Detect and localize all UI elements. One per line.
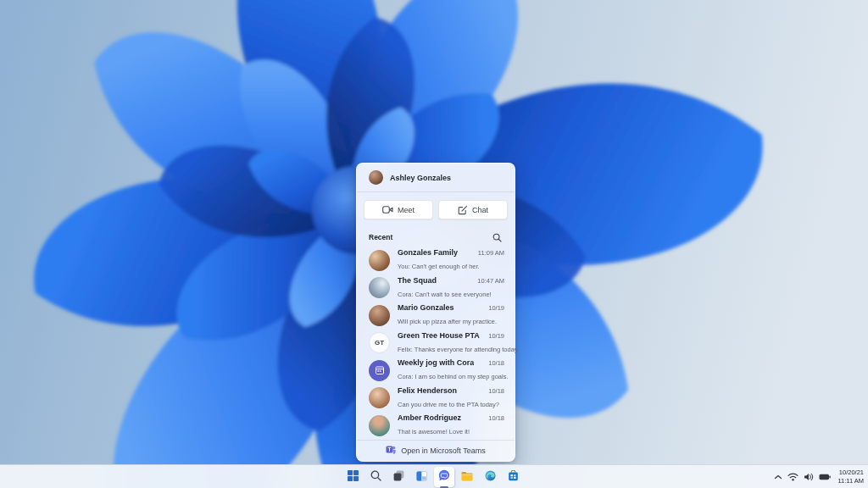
conversation-preview: Can you drive me to the PTA today? (398, 401, 499, 408)
list-item[interactable]: Mario Gonzales10/19 Will pick up pizza a… (357, 302, 515, 330)
conversation-avatar (369, 387, 390, 408)
search-button[interactable] (365, 467, 386, 487)
conversation-time: 11:09 AM (478, 249, 504, 257)
conversation-time: 10/18 (488, 359, 504, 367)
conversation-avatar (369, 415, 390, 436)
conversation-preview: Will pick up pizza after my practice. (398, 318, 497, 325)
conversation-avatar (369, 277, 390, 298)
search-icon[interactable] (490, 230, 504, 244)
taskbar: 10/20/21 11:11 AM (0, 464, 868, 488)
chat-button-label: Chat (472, 206, 488, 214)
recent-label: Recent (369, 233, 392, 241)
conversation-avatar-initials: GT (369, 332, 390, 353)
conversation-preview: Felix: Thanks everyone for attending tod… (398, 346, 519, 353)
open-in-teams-label: Open in Microsoft Teams (401, 446, 485, 455)
clock[interactable]: 10/20/21 11:11 AM (836, 469, 864, 485)
file-explorer-button[interactable] (457, 467, 477, 487)
tray-chevron-up-icon[interactable] (774, 474, 782, 480)
user-avatar[interactable] (369, 170, 383, 185)
list-item[interactable]: GT Green Tree House PTA10/19 Felix: Than… (357, 330, 515, 358)
microsoft-store-button[interactable] (503, 467, 523, 487)
list-item[interactable]: Weekly jog with Cora10/18 Cora: I am so … (357, 357, 515, 385)
system-tray: 10/20/21 11:11 AM (774, 465, 865, 488)
recent-row: Recent (357, 226, 515, 247)
flyout-header: Ashley Gonzales (357, 164, 515, 192)
edge-browser-button[interactable] (480, 467, 500, 487)
chat-teams-button[interactable] (434, 467, 454, 487)
conversation-avatar (369, 305, 390, 326)
widgets-icon (416, 469, 427, 485)
conversation-list: Gonzales Family11:09 AM You: Can't get e… (357, 247, 515, 440)
teams-logo-icon: T (386, 445, 396, 457)
user-name: Ashley Gonzales (390, 174, 451, 182)
conversation-time: 10/18 (488, 414, 504, 422)
list-item[interactable]: Amber Rodriguez10/18 That is awesome! Lo… (357, 412, 515, 440)
open-in-teams-button[interactable]: T Open in Microsoft Teams (357, 440, 515, 461)
widgets-button[interactable] (411, 467, 431, 487)
battery-icon[interactable] (819, 474, 831, 480)
compose-icon (458, 205, 468, 215)
tray-time: 11:11 AM (837, 477, 864, 485)
conversation-preview: You: Can't get enough of her. (398, 263, 480, 270)
edge-icon (485, 469, 496, 485)
conversation-name: Mario Gonzales (398, 303, 454, 312)
conversation-preview: That is awesome! Love it! (398, 428, 470, 435)
calendar-icon (369, 360, 390, 381)
search-icon (370, 469, 381, 485)
desktop: Ashley Gonzales Meet Chat Recent (0, 0, 868, 488)
teams-chat-flyout: Ashley Gonzales Meet Chat Recent (356, 163, 515, 462)
taskbar-center (342, 465, 523, 488)
conversation-name: Weekly jog with Cora (398, 358, 474, 367)
conversation-name: Gonzales Family (398, 248, 458, 257)
list-item[interactable]: The Squad10:47 AM Cora: Can't wait to se… (357, 274, 515, 302)
video-camera-icon (382, 205, 393, 214)
tray-date: 10/20/21 (837, 469, 864, 477)
conversation-time: 10/18 (488, 387, 504, 395)
svg-text:T: T (388, 446, 392, 452)
wifi-icon[interactable] (787, 473, 798, 481)
conversation-name: The Squad (398, 276, 437, 285)
meet-button-label: Meet (398, 206, 415, 214)
task-view-icon (393, 469, 404, 485)
list-item[interactable]: Gonzales Family11:09 AM You: Can't get e… (357, 247, 515, 274)
start-button[interactable] (342, 467, 363, 487)
folder-icon (461, 469, 473, 485)
windows-start-icon (348, 469, 359, 485)
chat-bubble-icon (438, 469, 450, 485)
store-icon (508, 469, 519, 485)
conversation-time: 10:47 AM (477, 277, 504, 285)
meet-button[interactable]: Meet (364, 200, 433, 219)
conversation-name: Amber Rodriguez (398, 413, 461, 422)
conversation-time: 10/19 (488, 332, 504, 340)
volume-icon[interactable] (804, 473, 814, 481)
action-buttons: Meet Chat (357, 192, 515, 226)
chat-button[interactable]: Chat (438, 200, 508, 219)
list-item[interactable]: Felix Henderson10/18 Can you drive me to… (357, 385, 515, 413)
task-view-button[interactable] (388, 467, 409, 487)
conversation-preview: Cora: Can't wait to see everyone! (398, 291, 492, 298)
conversation-preview: Cora: I am so behind on my step goals. (398, 373, 509, 380)
conversation-name: Green Tree House PTA (398, 331, 480, 340)
conversation-name: Felix Henderson (398, 386, 457, 395)
conversation-time: 10/19 (488, 304, 504, 312)
conversation-avatar (369, 250, 390, 271)
